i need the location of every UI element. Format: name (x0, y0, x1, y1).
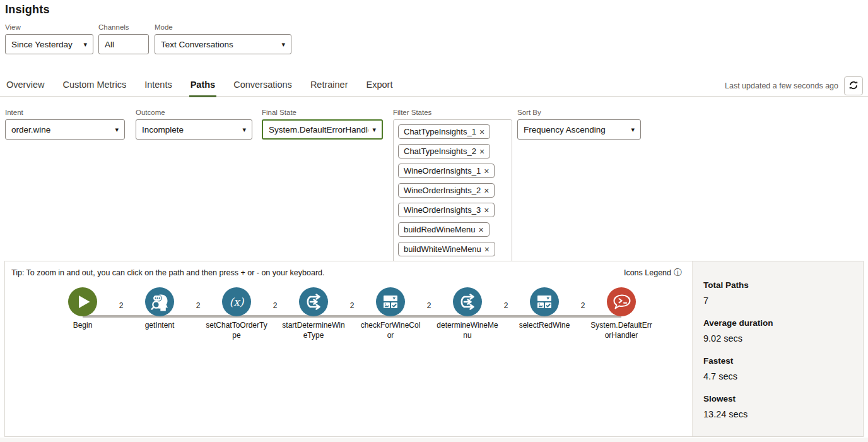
path-canvas-area: Tip: To zoom in and out, you can click o… (5, 261, 692, 436)
close-icon[interactable]: × (484, 245, 490, 254)
switch-icon[interactable] (453, 287, 482, 316)
path-node-getintent: getIntent (128, 287, 191, 331)
path-graph[interactable]: 2222222BegingetIntent(x)setChatToOrderTy… (5, 285, 692, 424)
component-icon[interactable] (376, 287, 405, 316)
node-label: checkForWineColor (359, 321, 422, 340)
zoom-tip-text: Tip: To zoom in and out, you can click o… (11, 268, 324, 277)
tab-conversations[interactable]: Conversations (232, 76, 293, 97)
final-state-label: Final State (262, 109, 383, 116)
mode-value: Text Conversations (161, 40, 278, 49)
stat-label: Fastest (703, 356, 854, 366)
close-icon[interactable]: × (479, 128, 484, 136)
outcome-dropdown[interactable]: Incomplete ▾ (136, 119, 252, 140)
caret-down-icon: ▾ (372, 126, 376, 134)
tabs: OverviewCustom MetricsIntentsPathsConver… (5, 76, 394, 97)
component-icon[interactable] (530, 287, 559, 316)
intent-filter: Intent order.wine ▾ (5, 109, 125, 140)
stat-value: 9.02 secs (703, 333, 854, 343)
tab-retrainer[interactable]: Retrainer (309, 76, 349, 97)
variable-icon[interactable]: (x) (222, 287, 251, 316)
play-icon[interactable] (68, 287, 97, 316)
stat-value: 13.24 secs (703, 409, 854, 419)
edge-count: 2 (504, 301, 508, 310)
sort-by-label: Sort By (517, 109, 641, 116)
chip-label: WineOrderInsights_3 (404, 205, 481, 215)
outcome-value: Incomplete (142, 125, 238, 134)
node-label: determineWineMenu (436, 321, 499, 340)
filter-states-box[interactable]: ChatTypeInsights_1×ChatTypeInsights_2×Wi… (393, 119, 512, 263)
close-icon[interactable]: × (478, 225, 483, 234)
final-state-filter: Final State System.DefaultErrorHandler ▾ (262, 109, 383, 140)
chip-label: WineOrderInsights_1 (404, 166, 481, 176)
filter-state-chip[interactable]: buildWhiteWineMenu× (398, 242, 495, 256)
path-node-checkforwinecolor: checkForWineColor (359, 287, 422, 340)
node-label: System.DefaultErrorHandler (590, 321, 653, 340)
page-footer-strip (0, 438, 868, 442)
stat-label: Total Paths (703, 280, 854, 290)
tabs-bar: OverviewCustom MetricsIntentsPathsConver… (0, 76, 868, 97)
filter-state-chip[interactable]: ChatTypeInsights_1× (398, 124, 490, 139)
icons-legend-label: Icons Legend (624, 268, 671, 277)
filter-state-chip[interactable]: buildRedWineMenu× (398, 222, 490, 237)
sort-by-dropdown[interactable]: Frequency Ascending ▾ (517, 119, 641, 140)
stat-average-duration: Average duration9.02 secs (703, 318, 854, 343)
error-bubble-icon[interactable] (607, 287, 636, 316)
tab-intents[interactable]: Intents (143, 76, 173, 97)
intent-dropdown[interactable]: order.wine ▾ (5, 119, 125, 140)
switch-icon[interactable] (299, 287, 328, 316)
intent-value: order.wine (11, 125, 111, 134)
caret-down-icon: ▾ (242, 126, 246, 134)
refresh-button[interactable] (844, 76, 863, 95)
stat-value: 4.7 secs (703, 371, 854, 381)
edge-count: 2 (350, 301, 355, 310)
view-label: View (5, 23, 93, 31)
tab-paths[interactable]: Paths (189, 76, 217, 97)
chip-label: ChatTypeInsights_1 (404, 127, 476, 136)
node-label: setChatToOrderType (205, 321, 268, 340)
node-label: getIntent (128, 321, 191, 331)
filter-state-chip[interactable]: ChatTypeInsights_2× (398, 144, 490, 158)
filter-state-chip[interactable]: WineOrderInsights_3× (398, 203, 495, 217)
intent-detect-icon[interactable] (145, 287, 174, 316)
outcome-label: Outcome (136, 109, 252, 116)
caret-down-icon: ▾ (115, 126, 119, 134)
caret-down-icon: ▾ (281, 40, 285, 49)
close-icon[interactable]: × (479, 147, 484, 156)
edge-count: 2 (273, 301, 278, 310)
filter-state-chip[interactable]: WineOrderInsights_2× (398, 183, 495, 198)
close-icon[interactable]: × (484, 186, 489, 195)
refresh-icon (848, 80, 859, 92)
channels-input[interactable] (98, 34, 149, 54)
channels-label: Channels (98, 23, 149, 31)
chip-label: ChatTypeInsights_2 (404, 146, 476, 156)
view-filter: View Since Yesterday ▾ (5, 23, 93, 54)
node-label: Begin (51, 321, 114, 331)
chip-label: buildWhiteWineMenu (404, 244, 481, 254)
path-node-system-defaulterrorhandler: System.DefaultErrorHandler (590, 287, 653, 340)
final-state-dropdown[interactable]: System.DefaultErrorHandler ▾ (262, 119, 383, 140)
info-icon: ⓘ (674, 267, 682, 278)
tab-custom-metrics[interactable]: Custom Metrics (61, 76, 127, 97)
stat-slowest: Slowest13.24 secs (703, 394, 854, 419)
page-title: Insights (5, 3, 50, 16)
tab-overview[interactable]: Overview (5, 76, 45, 97)
filter-states-label: Filter States (393, 109, 512, 116)
filter-state-chip[interactable]: WineOrderInsights_1× (398, 164, 495, 178)
stat-label: Slowest (703, 394, 854, 403)
stat-label: Average duration (703, 318, 854, 328)
tabs-right: Last updated a few seconds ago (725, 76, 863, 95)
path-node-setchattoordertype: (x)setChatToOrderType (205, 287, 268, 340)
close-icon[interactable]: × (484, 167, 489, 176)
mode-label: Mode (155, 23, 291, 31)
channels-filter: Channels (98, 23, 149, 54)
insights-page: Insights View Since Yesterday ▾ Channels… (0, 0, 868, 442)
mode-dropdown[interactable]: Text Conversations ▾ (155, 34, 291, 54)
caret-down-icon: ▾ (631, 126, 635, 134)
icons-legend[interactable]: Icons Legend ⓘ (624, 267, 682, 278)
last-updated-text: Last updated a few seconds ago (725, 81, 838, 90)
view-dropdown[interactable]: Since Yesterday ▾ (5, 34, 93, 54)
tab-export[interactable]: Export (365, 76, 394, 97)
sort-by-filter: Sort By Frequency Ascending ▾ (517, 109, 641, 140)
path-node-selectredwine: selectRedWine (513, 287, 576, 331)
close-icon[interactable]: × (484, 206, 489, 215)
